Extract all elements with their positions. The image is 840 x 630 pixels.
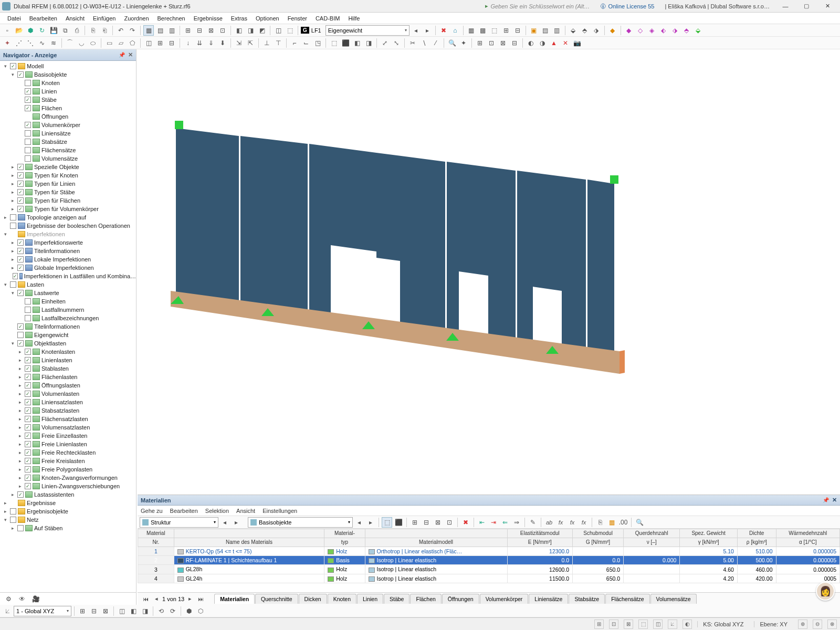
tree-item[interactable]: ▸✓Stablasten	[0, 364, 136, 373]
dp-close-icon[interactable]: ✕	[832, 497, 837, 503]
mesh1-icon[interactable]: ▦	[466, 25, 477, 36]
sb-snap1-icon[interactable]: ⊞	[594, 620, 604, 629]
t2-35-icon[interactable]: 🔍	[447, 38, 457, 48]
tree-item[interactable]: Öffnungen	[0, 112, 136, 121]
tree-item[interactable]: ✓Volumenkörper	[0, 121, 136, 129]
search-hint[interactable]: Geben Sie ein Schlüsselwort ein (Alt…	[490, 3, 590, 9]
tree-item[interactable]: ▾✓Objektlasten	[0, 339, 136, 348]
t2-32-icon[interactable]: ✂	[407, 38, 418, 48]
dp-sel1-icon[interactable]: ⬚	[382, 517, 392, 528]
menu-bearbeiten[interactable]: Bearbeiten	[25, 14, 61, 23]
dp-tab-materialien[interactable]: Materialien	[214, 594, 255, 604]
copy-icon[interactable]: ⎘	[88, 25, 98, 36]
menu-hilfe[interactable]: Hilfe	[344, 14, 364, 23]
tree-item[interactable]: ▸✓Freie Kreislasten	[0, 457, 136, 465]
dp-tab-volumensätze[interactable]: Volumensätze	[650, 594, 697, 604]
t2-23-icon[interactable]: ⌐	[289, 38, 300, 48]
grid3-icon[interactable]: ⊠	[206, 25, 216, 36]
t2-10-icon[interactable]: ▱	[116, 38, 126, 48]
navigator-tree[interactable]: ▾✓Modell▾✓BasisobjekteKnoten✓Linien✓Stäb…	[0, 61, 136, 592]
dp-tab-flächen[interactable]: Flächen	[410, 594, 441, 604]
sb-e1-icon[interactable]: ⊕	[798, 620, 807, 629]
t2-38-icon[interactable]: ⊡	[486, 38, 497, 48]
t2-7-icon[interactable]: ◡	[76, 38, 87, 48]
dp-g2-icon[interactable]: ⊟	[421, 517, 432, 528]
menu-ergebnisse[interactable]: Ergebnisse	[190, 14, 227, 23]
res2-icon[interactable]: ⬘	[580, 25, 590, 36]
tree-item[interactable]: Lastfallnummern	[0, 306, 136, 314]
bt-6-icon[interactable]: ◨	[140, 606, 150, 616]
saveall-icon[interactable]: ⧉	[60, 25, 70, 36]
dp-imp4-icon[interactable]: ⇒	[511, 517, 522, 528]
tree-item[interactable]: ▸✓Titelinformationen	[0, 247, 136, 255]
t2-40-icon[interactable]: ⊟	[509, 38, 520, 48]
tree-item[interactable]: ✓Imperfektionen in Lastfällen und Kombin…	[0, 272, 136, 280]
t2-43-icon[interactable]: ▲	[549, 38, 559, 48]
open-icon[interactable]: 📂	[14, 25, 24, 36]
dp-help-icon[interactable]: 🔍	[634, 517, 645, 528]
t2-31-icon[interactable]: ⤡	[391, 38, 402, 48]
view-solid-icon[interactable]: ▦	[143, 25, 154, 36]
tree-item[interactable]: ▾✓Basisobjekte	[0, 70, 136, 79]
tree-item[interactable]: Einheiten	[0, 297, 136, 306]
t2-18-icon[interactable]: ⬇	[217, 38, 228, 48]
bt-3-icon[interactable]: ⊠	[100, 606, 111, 616]
tree-item[interactable]: ▸Ergebnisobjekte	[0, 507, 136, 516]
tree-item[interactable]: Stabsätze	[0, 138, 136, 146]
sb-snap7-icon[interactable]: ◐	[682, 620, 692, 629]
t2-30-icon[interactable]: ⤢	[380, 38, 390, 48]
panel-close-icon[interactable]: ✕	[128, 51, 133, 58]
t2-3-icon[interactable]: ⋱	[25, 38, 36, 48]
t2-15-icon[interactable]: ↓	[183, 38, 193, 48]
tree-item[interactable]: ▸✓Freie Einzellasten	[0, 432, 136, 440]
cut1-icon[interactable]: ◫	[273, 25, 284, 36]
dp-menu-einstellungen[interactable]: Einstellungen	[262, 508, 297, 514]
t2-33-icon[interactable]: ∖	[419, 38, 429, 48]
cut2-icon[interactable]: ⬚	[285, 25, 295, 36]
dp-fx1-icon[interactable]: ab	[544, 517, 554, 528]
sel2-icon[interactable]: ◨	[245, 25, 256, 36]
dp-del-icon[interactable]: ✖	[460, 517, 471, 528]
t2-28-icon[interactable]: ◧	[352, 38, 362, 48]
next-lf-icon[interactable]: ▸	[422, 25, 433, 36]
tree-item[interactable]: ▾Imperfektionen	[0, 230, 136, 238]
tree-item[interactable]: ✓Flächen	[0, 104, 136, 112]
dp-imp1-icon[interactable]: ⇤	[477, 517, 487, 528]
sel1-icon[interactable]: ◧	[234, 25, 244, 36]
res3-icon[interactable]: ⬗	[591, 25, 602, 36]
dp-tab-knoten[interactable]: Knoten	[328, 594, 356, 604]
t2-20-icon[interactable]: ⇱	[245, 38, 256, 48]
tree-item[interactable]: Eigengewicht	[0, 331, 136, 339]
nav-eye-icon[interactable]: 👁	[17, 594, 27, 604]
t2-14-icon[interactable]: ⊟	[166, 38, 177, 48]
tree-item[interactable]: Knoten	[0, 79, 136, 87]
p4-icon[interactable]: ⬖	[658, 25, 669, 36]
bt-1-icon[interactable]: ⊞	[77, 606, 88, 616]
dp-next1-icon[interactable]: ▸	[231, 517, 242, 528]
tree-item[interactable]: ▸✓Linien-Zwangsverschiebungen	[0, 482, 136, 490]
dp-exp1-icon[interactable]: ⎘	[595, 517, 605, 528]
tree-item[interactable]: ▸✓Freie Polygonlasten	[0, 465, 136, 474]
t2-6-icon[interactable]: ⌒	[65, 38, 75, 48]
tree-item[interactable]: ✓Linien	[0, 87, 136, 96]
t2-34-icon[interactable]: ∕	[430, 38, 441, 48]
t2-44-icon[interactable]: ✕	[560, 38, 571, 48]
p2-icon[interactable]: ◇	[635, 25, 646, 36]
bt-9-icon[interactable]: ⬢	[184, 606, 194, 616]
dp-fx2-icon[interactable]: fx	[555, 517, 566, 528]
pager-next-icon[interactable]: ▸	[186, 594, 194, 603]
tree-item[interactable]: ▸✓Globale Imperfektionen	[0, 264, 136, 272]
t2-5-icon[interactable]: ≋	[48, 38, 59, 48]
t2-29-icon[interactable]: ◨	[363, 38, 374, 48]
tree-item[interactable]: ▸✓Spezielle Objekte	[0, 163, 136, 171]
grid2-icon[interactable]: ⊟	[194, 25, 205, 36]
p7-icon[interactable]: ⬙	[693, 25, 704, 36]
materials-table[interactable]: MaterialMaterial-ElastizitätsmodulSchubm…	[138, 529, 840, 592]
t2-22-icon[interactable]: ⊤	[273, 38, 284, 48]
dp-prev1-icon[interactable]: ◂	[219, 517, 230, 528]
dp-tab-volumenkörper[interactable]: Volumenkörper	[480, 594, 529, 604]
maximize-button[interactable]: ▢	[796, 1, 817, 12]
tree-item[interactable]: ▸Auf Stäben	[0, 524, 136, 532]
t2-36-icon[interactable]: ✦	[458, 38, 469, 48]
mesh2-icon[interactable]: ▩	[478, 25, 488, 36]
